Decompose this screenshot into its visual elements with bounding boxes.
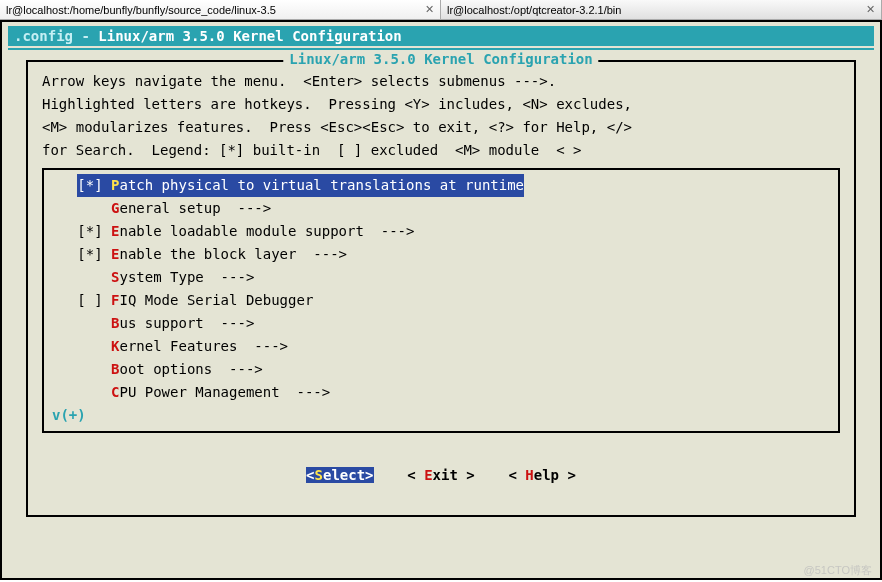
menu-item-5[interactable]: [ ] FIQ Mode Serial Debugger (52, 289, 830, 312)
help-button[interactable]: < Help > (508, 467, 575, 483)
box-shadow-bottom (34, 556, 880, 572)
menu-label: eneral setup ---> (119, 200, 271, 216)
exit-button[interactable]: < Exit > (407, 467, 474, 483)
menuconfig-box: Linux/arm 3.5.0 Kernel Configuration Arr… (26, 60, 856, 517)
title-prefix: .config - (14, 28, 98, 44)
menu-prefix (77, 361, 111, 377)
menu-prefix: [*] (77, 223, 111, 239)
menu-label: nable the block layer ---> (119, 246, 347, 262)
help-text: Arrow keys navigate the menu. <Enter> se… (42, 70, 840, 162)
menu-item-7[interactable]: Kernel Features ---> (52, 335, 830, 358)
title-separator (8, 48, 874, 50)
close-icon[interactable]: ✕ (866, 3, 875, 16)
terminal-frame: .config - Linux/arm 3.5.0 Kernel Configu… (0, 20, 882, 580)
menu-item-9[interactable]: CPU Power Management ---> (52, 381, 830, 404)
menu-prefix: [*] (77, 246, 111, 262)
box-title: Linux/arm 3.5.0 Kernel Configuration (283, 51, 598, 67)
tab-label: lr@localhost:/opt/qtcreator-3.2.1/bin (447, 4, 621, 16)
menu-prefix: [ ] (77, 292, 111, 308)
window-title: .config - Linux/arm 3.5.0 Kernel Configu… (8, 26, 874, 46)
menu-label: oot options ---> (119, 361, 262, 377)
menu-label: PU Power Management ---> (119, 384, 330, 400)
scroll-indicator: v(+) (52, 404, 830, 427)
tab-bar: lr@localhost:/home/bunfly/bunfly/source_… (0, 0, 882, 20)
menu-item-6[interactable]: Bus support ---> (52, 312, 830, 335)
menu-prefix (77, 200, 111, 216)
menu-prefix (77, 315, 111, 331)
button-row: <Select> < Exit > < Help > (42, 451, 840, 499)
menu-label: atch physical to virtual translations at… (119, 177, 524, 193)
menu-item-0[interactable]: [*] Patch physical to virtual translatio… (52, 174, 830, 197)
menu-prefix: [*] (77, 177, 111, 193)
title-main: Linux/arm 3.5.0 Kernel Configuration (98, 28, 401, 44)
close-icon[interactable]: ✕ (425, 3, 434, 16)
menu-item-3[interactable]: [*] Enable the block layer ---> (52, 243, 830, 266)
menu-label: ystem Type ---> (119, 269, 254, 285)
tab-1[interactable]: lr@localhost:/opt/qtcreator-3.2.1/bin✕ (441, 0, 882, 19)
box-shadow-right (856, 76, 880, 576)
menu-item-8[interactable]: Boot options ---> (52, 358, 830, 381)
menu-prefix (77, 384, 111, 400)
select-button[interactable]: <Select> (306, 467, 373, 483)
menu-item-1[interactable]: General setup ---> (52, 197, 830, 220)
menu-label: ernel Features ---> (119, 338, 288, 354)
menu-label: IQ Mode Serial Debugger (119, 292, 313, 308)
menu-label: nable loadable module support ---> (119, 223, 414, 239)
watermark: @51CTO博客 (804, 563, 872, 578)
menu-prefix (77, 338, 111, 354)
tab-label: lr@localhost:/home/bunfly/bunfly/source_… (6, 4, 276, 16)
menu-item-2[interactable]: [*] Enable loadable module support ---> (52, 220, 830, 243)
tab-0[interactable]: lr@localhost:/home/bunfly/bunfly/source_… (0, 0, 441, 19)
menu-prefix (77, 269, 111, 285)
menu-panel: [*] Patch physical to virtual translatio… (42, 168, 840, 433)
menu-item-4[interactable]: System Type ---> (52, 266, 830, 289)
terminal: .config - Linux/arm 3.5.0 Kernel Configu… (2, 22, 880, 578)
menu-label: us support ---> (119, 315, 254, 331)
